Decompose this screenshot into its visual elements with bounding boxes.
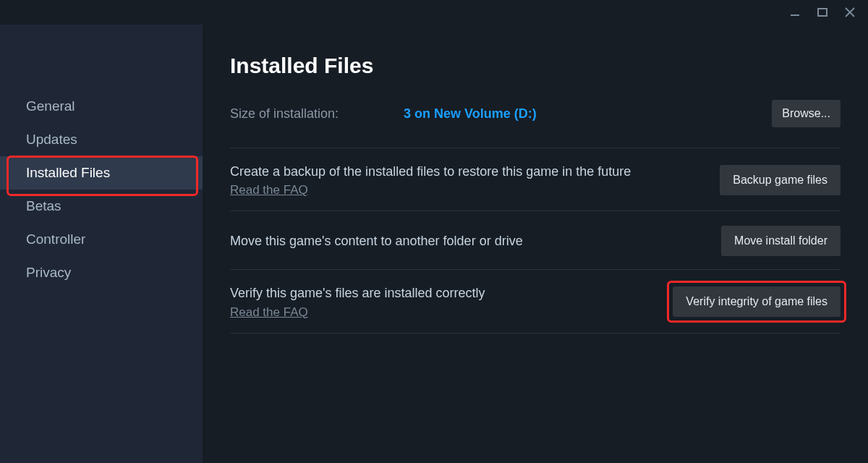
verify-row: Verify this game's files are installed c…	[230, 269, 841, 333]
close-button[interactable]	[843, 6, 856, 19]
body: General Updates Installed Files Betas Co…	[0, 25, 868, 463]
sidebar: General Updates Installed Files Betas Co…	[0, 25, 203, 463]
window-root: General Updates Installed Files Betas Co…	[0, 0, 868, 463]
main-panel: Installed Files Size of installation: 3 …	[203, 25, 868, 463]
size-row: Size of installation: 3 on New Volume (D…	[230, 100, 841, 127]
sidebar-item-label: General	[26, 98, 75, 114]
verify-desc: Verify this game's files are installed c…	[230, 284, 658, 302]
sidebar-item-betas[interactable]: Betas	[0, 190, 203, 223]
sidebar-item-installed-files[interactable]: Installed Files	[0, 156, 203, 190]
sidebar-item-label: Controller	[26, 232, 85, 247]
sidebar-item-label: Updates	[26, 132, 77, 148]
minimize-button[interactable]	[788, 6, 801, 19]
sidebar-item-label: Betas	[26, 198, 61, 214]
maximize-button[interactable]	[816, 6, 829, 19]
sidebar-item-label: Installed Files	[26, 165, 110, 181]
titlebar	[0, 0, 868, 25]
backup-button[interactable]: Backup game files	[720, 165, 841, 195]
annotation-highlight-verify	[667, 281, 846, 323]
sidebar-item-privacy[interactable]: Privacy	[0, 256, 203, 289]
sidebar-item-controller[interactable]: Controller	[0, 223, 203, 256]
browse-button[interactable]: Browse...	[772, 100, 841, 127]
backup-desc: Create a backup of the installed files t…	[230, 163, 705, 180]
verify-faq-link[interactable]: Read the FAQ	[230, 305, 308, 320]
move-row: Move this game's content to another fold…	[230, 211, 841, 269]
backup-faq-link[interactable]: Read the FAQ	[230, 183, 308, 197]
sidebar-item-label: Privacy	[26, 265, 71, 281]
page-title: Installed Files	[230, 54, 841, 78]
backup-row: Create a backup of the installed files t…	[230, 148, 841, 211]
size-value: 3 on New Volume (D:)	[404, 106, 537, 122]
move-button[interactable]: Move install folder	[721, 226, 841, 256]
size-label: Size of installation:	[230, 106, 339, 122]
sidebar-item-updates[interactable]: Updates	[0, 123, 203, 156]
move-desc: Move this game's content to another fold…	[230, 232, 707, 250]
svg-rect-1	[818, 9, 827, 16]
sidebar-item-general[interactable]: General	[0, 90, 203, 123]
